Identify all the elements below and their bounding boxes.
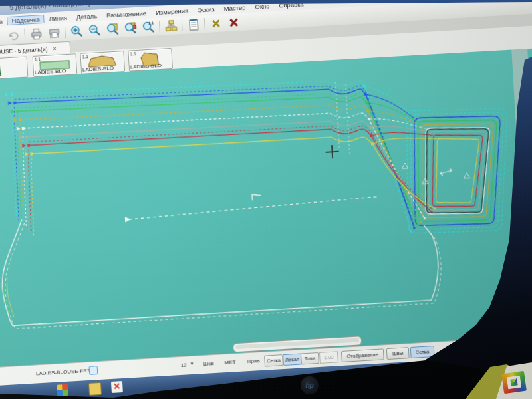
svg-text:✕: ✕ xyxy=(228,16,239,29)
size-dropdown-icon[interactable]: ▼ xyxy=(190,362,194,366)
toggle-точн[interactable]: Точн xyxy=(301,352,319,365)
paper-rainbow-logo xyxy=(501,371,527,394)
toolbar-separator xyxy=(182,19,183,31)
zoom-in-icon[interactable] xyxy=(67,23,86,39)
menu-item-2[interactable]: Линия xyxy=(44,13,72,23)
pieces-scheme-icon[interactable] xyxy=(162,18,180,34)
application-window: 5 деталь(и) - Конструктор аНадсечкаЛиния… xyxy=(0,0,532,399)
zoom-pieces-icon[interactable] xyxy=(121,21,140,37)
button-швы[interactable]: Швы xyxy=(386,347,410,360)
print-icon[interactable] xyxy=(27,26,45,42)
menu-item-5[interactable]: Измерения xyxy=(151,6,194,17)
toolbar-separator xyxy=(24,29,25,41)
toggle-лекал[interactable]: Лекал xyxy=(283,353,302,366)
zoom-window-icon[interactable] xyxy=(103,21,122,37)
svg-text:1:1: 1:1 xyxy=(148,21,154,25)
menu-item-3[interactable]: Деталь xyxy=(71,11,102,21)
menu-item-1[interactable]: Надсечка xyxy=(7,14,45,25)
tab-close-icon[interactable]: × xyxy=(53,45,57,51)
toolbar-separator xyxy=(204,18,205,30)
menu-item-0[interactable]: а xyxy=(0,17,7,26)
plotter-icon[interactable] xyxy=(45,25,63,41)
toggle-сетка[interactable]: Сетка xyxy=(264,354,283,367)
app-delete-icon[interactable]: ✕ xyxy=(111,381,123,393)
precision-value: 1.00 xyxy=(319,351,338,364)
piece-checkbox[interactable] xyxy=(89,366,98,375)
button-отображение[interactable]: Отображение xyxy=(341,348,384,362)
menu-item-6[interactable]: Эскиз xyxy=(193,4,219,14)
status-mode-шов[interactable]: Шов xyxy=(203,360,214,367)
toolbar-separator xyxy=(159,21,160,33)
size-value: 12 xyxy=(180,362,186,368)
active-piece-name: LADIES-BLOUSE-FR2 xyxy=(36,368,90,377)
zoom-actual-size-icon[interactable]: 1:1 xyxy=(139,19,158,35)
delete-red-icon[interactable]: ✕ xyxy=(225,15,243,31)
pattern-drawing xyxy=(0,42,532,368)
toolbar-separator xyxy=(65,26,66,38)
status-mode-прив[interactable]: Прив xyxy=(247,358,259,364)
hp-logo-text: hp xyxy=(305,382,313,389)
status-mode-мет[interactable]: МЕТ xyxy=(224,359,235,366)
monitor-photo: 5 деталь(и) - Конструктор аНадсечкаЛиния… xyxy=(0,0,532,399)
delete-notch-yellow-icon[interactable]: ✕ xyxy=(207,15,225,31)
undo-icon[interactable] xyxy=(4,27,23,43)
svg-text:✕: ✕ xyxy=(211,18,220,30)
windows-start-icon[interactable] xyxy=(57,384,68,396)
app-folder-icon[interactable] xyxy=(88,382,102,396)
worksheet-icon[interactable] xyxy=(184,17,203,33)
menu-item-4[interactable]: Размножение xyxy=(102,8,152,19)
zoom-out-icon[interactable] xyxy=(85,23,104,39)
hp-logo: hp xyxy=(301,376,319,394)
